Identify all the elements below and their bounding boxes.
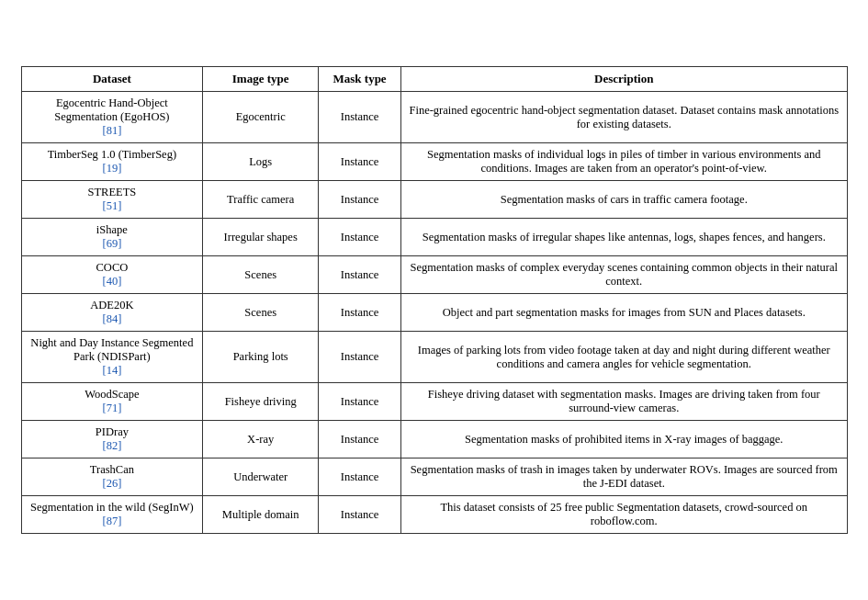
table-row: STREETS[51]Traffic cameraInstanceSegment…: [21, 181, 847, 219]
dataset-name-text: iShape: [96, 223, 128, 236]
mask-type-cell: Instance: [319, 458, 401, 496]
dataset-cell: Egocentric Hand-Object Segmentation (Ego…: [21, 92, 203, 143]
main-table-container: Dataset Image type Mask type Description…: [21, 66, 848, 534]
header-description: Description: [401, 67, 847, 92]
dataset-name-text: Egocentric Hand-Object Segmentation (Ego…: [54, 96, 169, 123]
table-row: WoodScape[71]Fisheye drivingInstanceFish…: [21, 383, 847, 421]
dataset-cell: ADE20K[84]: [21, 294, 203, 332]
dataset-name-text: ADE20K: [90, 299, 133, 311]
dataset-name-text: TimberSeg 1.0 (TimberSeg): [48, 148, 176, 161]
dataset-cell: TrashCan[26]: [21, 458, 203, 496]
dataset-name-text: Segmentation in the wild (SegInW): [30, 501, 194, 514]
table-row: Segmentation in the wild (SegInW)[87]Mul…: [21, 496, 847, 534]
table-row: PIDray[82]X-rayInstanceSegmentation mask…: [21, 421, 847, 458]
image-type-cell: Egocentric: [203, 92, 319, 143]
mask-type-cell: Instance: [319, 383, 401, 421]
dataset-ref-link[interactable]: [84]: [102, 312, 121, 325]
dataset-name-text: STREETS: [87, 186, 136, 198]
dataset-name-text: PIDray: [96, 425, 129, 438]
dataset-ref-link[interactable]: [69]: [102, 237, 121, 250]
image-type-cell: Underwater: [203, 458, 319, 496]
description-cell: Segmentation masks of prohibited items i…: [401, 421, 847, 458]
dataset-cell: WoodScape[71]: [21, 383, 203, 421]
description-cell: Segmentation masks of individual logs in…: [401, 143, 847, 181]
mask-type-cell: Instance: [319, 143, 401, 181]
dataset-ref-link[interactable]: [14]: [102, 364, 121, 377]
table-row: TrashCan[26]UnderwaterInstanceSegmentati…: [21, 458, 847, 496]
description-cell: This dataset consists of 25 free public …: [401, 496, 847, 534]
image-type-cell: Parking lots: [203, 332, 319, 383]
dataset-name-text: WoodScape: [85, 388, 139, 401]
dataset-ref-link[interactable]: [87]: [102, 515, 121, 527]
mask-type-cell: Instance: [319, 294, 401, 332]
header-masktype: Mask type: [319, 67, 401, 92]
dataset-cell: STREETS[51]: [21, 181, 203, 219]
dataset-ref-link[interactable]: [26]: [102, 477, 121, 490]
table-row: ADE20K[84]ScenesInstanceObject and part …: [21, 294, 847, 332]
description-cell: Object and part segmentation masks for i…: [401, 294, 847, 332]
description-cell: Segmentation masks of cars in traffic ca…: [401, 181, 847, 219]
dataset-ref-link[interactable]: [82]: [102, 439, 121, 452]
dataset-name-text: Night and Day Instance Segmented Park (N…: [30, 336, 193, 363]
table-header-row: Dataset Image type Mask type Description: [21, 67, 847, 92]
mask-type-cell: Instance: [319, 496, 401, 534]
image-type-cell: Fisheye driving: [203, 383, 319, 421]
mask-type-cell: Instance: [319, 92, 401, 143]
image-type-cell: Traffic camera: [203, 181, 319, 219]
image-type-cell: Scenes: [203, 294, 319, 332]
dataset-cell: TimberSeg 1.0 (TimberSeg)[19]: [21, 143, 203, 181]
dataset-ref-link[interactable]: [71]: [102, 402, 121, 414]
table-row: iShape[69]Irregular shapesInstanceSegmen…: [21, 219, 847, 256]
dataset-ref-link[interactable]: [51]: [102, 199, 121, 212]
mask-type-cell: Instance: [319, 256, 401, 294]
dataset-cell: COCO[40]: [21, 256, 203, 294]
dataset-cell: Segmentation in the wild (SegInW)[87]: [21, 496, 203, 534]
dataset-name-text: COCO: [96, 261, 129, 274]
image-type-cell: Logs: [203, 143, 319, 181]
mask-type-cell: Instance: [319, 219, 401, 256]
description-cell: Fine-grained egocentric hand-object segm…: [401, 92, 847, 143]
image-type-cell: X-ray: [203, 421, 319, 458]
image-type-cell: Multiple domain: [203, 496, 319, 534]
mask-type-cell: Instance: [319, 421, 401, 458]
image-type-cell: Scenes: [203, 256, 319, 294]
description-cell: Images of parking lots from video footag…: [401, 332, 847, 383]
table-row: TimberSeg 1.0 (TimberSeg)[19]LogsInstanc…: [21, 143, 847, 181]
dataset-table: Dataset Image type Mask type Description…: [21, 66, 848, 534]
dataset-ref-link[interactable]: [81]: [102, 124, 121, 137]
mask-type-cell: Instance: [319, 332, 401, 383]
header-dataset: Dataset: [21, 67, 203, 92]
dataset-cell: Night and Day Instance Segmented Park (N…: [21, 332, 203, 383]
dataset-ref-link[interactable]: [40]: [102, 275, 121, 288]
table-row: COCO[40]ScenesInstanceSegmentation masks…: [21, 256, 847, 294]
dataset-cell: PIDray[82]: [21, 421, 203, 458]
header-imagetype: Image type: [203, 67, 319, 92]
description-cell: Fisheye driving dataset with segmentatio…: [401, 383, 847, 421]
dataset-ref-link[interactable]: [19]: [102, 162, 121, 175]
description-cell: Segmentation masks of complex everyday s…: [401, 256, 847, 294]
description-cell: Segmentation masks of trash in images ta…: [401, 458, 847, 496]
dataset-name-text: TrashCan: [90, 463, 134, 476]
mask-type-cell: Instance: [319, 181, 401, 219]
table-row: Egocentric Hand-Object Segmentation (Ego…: [21, 92, 847, 143]
description-cell: Segmentation masks of irregular shapes l…: [401, 219, 847, 256]
dataset-cell: iShape[69]: [21, 219, 203, 256]
table-row: Night and Day Instance Segmented Park (N…: [21, 332, 847, 383]
image-type-cell: Irregular shapes: [203, 219, 319, 256]
